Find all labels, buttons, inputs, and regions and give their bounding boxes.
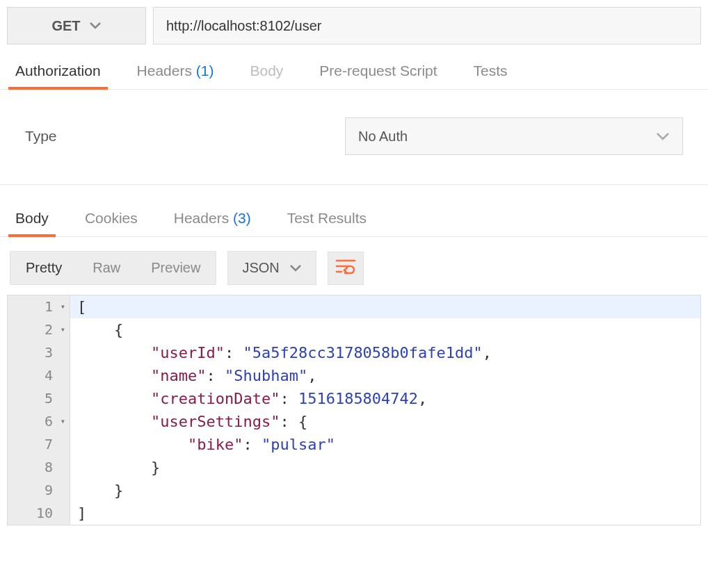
code-line[interactable]: 8 } [8,456,700,479]
tab-label: Body [15,210,49,226]
request-tabs: Authorization Headers (1) Body Pre-reque… [0,51,708,90]
fold-toggle-icon[interactable]: ▾ [56,410,65,433]
code-line[interactable]: 7 "bike": "pulsar" [8,433,700,456]
line-number: 5 [45,387,53,410]
view-preview[interactable]: Preview [136,252,216,284]
tab-label: Test Results [287,210,367,226]
code-content: [ [70,295,86,318]
view-raw[interactable]: Raw [77,252,136,284]
tab-response-headers[interactable]: Headers (3) [170,199,255,236]
code-content: "bike": "pulsar" [70,433,335,456]
auth-type-select[interactable]: No Auth [345,117,683,155]
tab-label: Tests [474,63,508,79]
tab-response-cookies[interactable]: Cookies [81,199,142,236]
line-number: 7 [45,433,53,456]
tab-body[interactable]: Body [246,51,287,89]
format-dropdown[interactable]: JSON [227,251,316,285]
tab-label: Cookies [85,210,138,226]
fold-toggle-icon[interactable]: ▾ [56,295,65,318]
format-bar: Pretty Raw Preview JSON [0,237,708,295]
seg-label: Pretty [26,260,62,275]
line-gutter: 2▾ [8,318,70,341]
line-number: 9 [45,479,53,502]
request-bar: GET [0,0,708,51]
format-label: JSON [242,260,279,276]
line-gutter: 9 [8,479,70,502]
line-gutter: 1▾ [8,295,70,318]
line-gutter: 5 [8,387,70,410]
line-gutter: 7 [8,433,70,456]
line-gutter: 8 [8,456,70,479]
code-content: "userSettings": { [70,410,307,433]
tab-label: Pre-request Script [319,63,437,79]
code-content: "userId": "5a5f28cc3178058b0fafe1dd", [70,341,492,364]
line-number: 4 [45,364,53,387]
code-line[interactable]: 4 "name": "Shubham", [8,364,700,387]
url-input[interactable] [153,7,701,44]
line-gutter: 3 [8,341,70,364]
line-gutter: 6▾ [8,410,70,433]
line-number: 6 [45,410,53,433]
tab-prerequest[interactable]: Pre-request Script [315,51,441,89]
response-code-viewer[interactable]: 1▾[2▾ {3 "userId": "5a5f28cc3178058b0faf… [7,295,701,525]
code-line[interactable]: 1▾[ [8,295,700,318]
tab-tests[interactable]: Tests [469,51,512,89]
fold-toggle-icon[interactable]: ▾ [56,318,65,341]
view-pretty[interactable]: Pretty [10,252,77,284]
wrap-icon [335,258,356,278]
chevron-down-icon [289,260,302,276]
line-number: 8 [45,456,53,479]
chevron-down-icon [89,22,102,30]
code-line[interactable]: 3 "userId": "5a5f28cc3178058b0fafe1dd", [8,341,700,364]
tab-label: Authorization [15,63,101,79]
authorization-panel: Type No Auth [0,90,708,185]
line-number: 2 [45,318,53,341]
wrap-lines-button[interactable] [328,252,364,285]
tab-badge: (3) [233,210,251,226]
line-number: 3 [45,341,53,364]
tab-response-body[interactable]: Body [11,199,53,236]
code-line[interactable]: 9 } [8,479,700,502]
code-content: } [70,456,160,479]
code-content: ] [70,502,86,525]
auth-type-value: No Auth [358,129,408,145]
code-line[interactable]: 2▾ { [8,318,700,341]
tab-label: Body [250,63,283,79]
tab-authorization[interactable]: Authorization [11,51,105,89]
line-gutter: 10 [8,502,70,525]
method-label: GET [51,18,80,34]
auth-type-label: Type [25,128,317,145]
tab-label: Headers [137,63,192,79]
tab-response-test-results[interactable]: Test Results [283,199,371,236]
seg-label: Preview [151,260,200,275]
tab-headers[interactable]: Headers (1) [133,51,218,89]
code-line[interactable]: 5 "creationDate": 1516185804742, [8,387,700,410]
code-line[interactable]: 10] [8,502,700,525]
method-dropdown[interactable]: GET [7,7,146,44]
code-content: } [70,479,123,502]
view-mode-group: Pretty Raw Preview [10,251,216,285]
code-content: "name": "Shubham", [70,364,316,387]
chevron-down-icon [656,129,670,145]
response-tabs: Body Cookies Headers (3) Test Results [0,199,708,237]
code-content: { [70,318,123,341]
line-number: 10 [36,502,53,525]
line-number: 1 [45,295,53,318]
line-gutter: 4 [8,364,70,387]
code-line[interactable]: 6▾ "userSettings": { [8,410,700,433]
tab-badge: (1) [196,63,214,79]
seg-label: Raw [92,260,120,275]
code-content: "creationDate": 1516185804742, [70,387,427,410]
tab-label: Headers [174,210,229,226]
